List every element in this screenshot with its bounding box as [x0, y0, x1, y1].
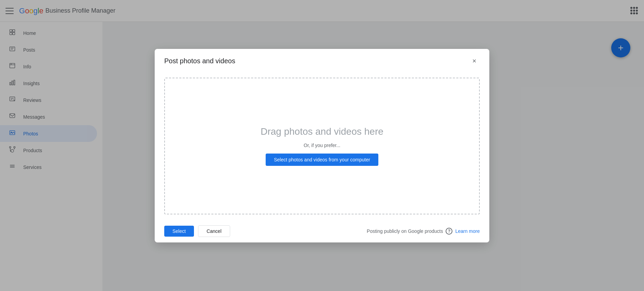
modal-footer: Select Cancel Posting publicly on Google…	[155, 220, 489, 242]
cancel-button-label: Cancel	[207, 228, 222, 234]
modal-body: Drag photos and videos here Or, if you p…	[155, 72, 489, 220]
modal-header: Post photos and videos ×	[155, 49, 489, 72]
close-icon: ×	[472, 57, 476, 65]
close-modal-button[interactable]: ×	[469, 56, 480, 67]
drop-zone-subtitle: Or, if you prefer...	[304, 143, 340, 148]
drop-zone-title: Drag photos and videos here	[261, 126, 383, 137]
cancel-button[interactable]: Cancel	[198, 225, 230, 237]
drop-zone[interactable]: Drag photos and videos here Or, if you p…	[164, 78, 480, 214]
select-button-label: Select	[172, 228, 186, 234]
select-files-label: Select photos and videos from your compu…	[274, 157, 370, 162]
select-files-button[interactable]: Select photos and videos from your compu…	[266, 154, 378, 166]
help-icon[interactable]: ?	[446, 228, 452, 235]
help-icon-label: ?	[448, 229, 450, 234]
post-photos-modal: Post photos and videos × Drag photos and…	[155, 49, 489, 242]
modal-title: Post photos and videos	[164, 57, 235, 65]
footer-info: Posting publicly on Google products ? Le…	[367, 228, 480, 235]
modal-overlay: Post photos and videos × Drag photos and…	[0, 0, 644, 291]
select-button[interactable]: Select	[164, 226, 194, 237]
posting-info-text: Posting publicly on Google products	[367, 228, 443, 234]
learn-more-link[interactable]: Learn more	[455, 228, 480, 234]
